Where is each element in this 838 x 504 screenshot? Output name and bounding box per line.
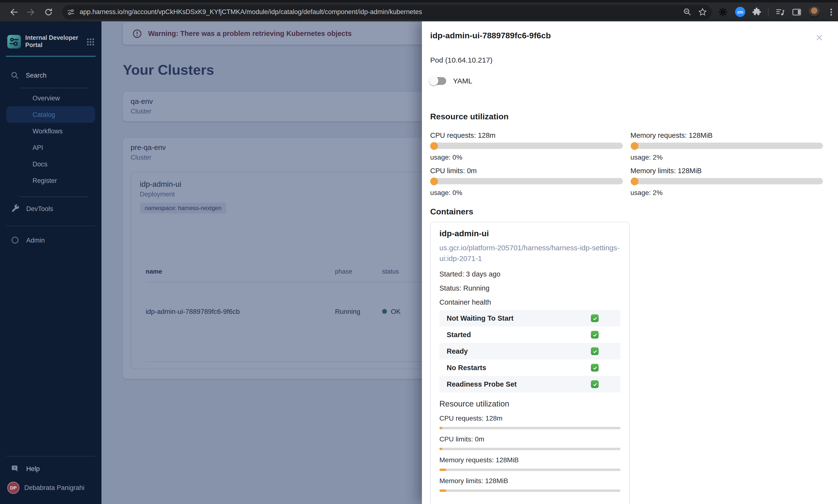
cpu-limits-mini-bar [439,448,621,450]
media-controls-icon[interactable] [775,7,785,17]
metric-label: CPU requests: 128m [439,414,621,423]
health-check-row: Not Waiting To Start [439,310,621,326]
sidebar-item-docs[interactable]: Docs [6,156,95,172]
extensions-puzzle-icon[interactable] [752,7,761,17]
sidebar-item-label: Search [26,72,47,79]
container-resource-heading: Resource utilization [439,399,621,409]
sidebar-divider [19,88,88,88]
browser-menu-kebab-icon[interactable] [827,7,836,16]
user-name: Debabrata Panigrahi [24,484,85,491]
container-health-list: Not Waiting To Start Started Ready No Re… [439,310,621,392]
sidebar-item-search[interactable]: Search [0,67,102,84]
sidebar-item-devtools[interactable]: DevTools [0,200,102,217]
close-icon[interactable] [816,34,823,41]
bar-knob [430,177,438,185]
sidebar-user[interactable]: DP Debabrata Panigrahi [0,477,102,498]
gear-icon [11,236,19,245]
check-passed-icon [591,347,599,355]
loom-extension-icon[interactable] [718,6,728,17]
container-status: Status: Running [439,284,621,292]
metric-label: Memory limits: 128MiB [439,477,621,486]
metric-label: CPU requests: 128m [430,131,623,140]
bar-knob [630,177,638,185]
memory-limits-bar [630,178,823,184]
wrench-icon [11,204,19,213]
container-card: idp-admin-ui us.gcr.io/platform-205701/h… [430,222,630,504]
side-panel-icon[interactable] [792,7,802,17]
container-health-heading: Container health [439,298,621,306]
svg-text:?: ? [14,466,16,470]
forward-icon[interactable] [24,5,38,19]
check-passed-icon [591,331,599,339]
bar-knob [430,142,438,150]
memory-requests-mini-bar [439,469,621,471]
container-started: Started: 3 days ago [439,270,621,278]
sidebar-item-overview[interactable]: Overview [6,90,95,106]
sidebar-accent-divider [6,56,95,57]
metric-usage: usage: 2% [630,189,823,197]
bookmark-star-icon[interactable] [698,7,707,16]
site-settings-icon[interactable] [67,8,75,16]
idp-logo [7,35,21,49]
browser-toolbar: app.harness.io/ng/account/vpCkHKsDSxK9_K… [0,0,838,21]
metric-label: Memory limits: 128MiB [630,167,823,176]
metric-label: CPU limits: 0m [439,435,621,444]
check-passed-icon [591,314,599,322]
metric-label: Memory requests: 128MiB [630,131,823,140]
check-passed-icon [591,364,599,372]
url-bar[interactable]: app.harness.io/ng/account/vpCkHKsDSxK9_K… [62,5,712,19]
cpu-requests-mini-bar [439,427,621,429]
yaml-toggle[interactable] [430,77,446,85]
zoom-extension-icon[interactable]: zm [735,7,745,17]
url-text: app.harness.io/ng/account/vpCkHKsDSxK9_K… [80,8,683,16]
screen: app.harness.io/ng/account/vpCkHKsDSxK9_K… [0,0,838,504]
check-passed-icon [591,380,599,388]
help-label: Help [26,465,40,472]
back-icon[interactable] [7,5,20,19]
health-check-row: Readiness Probe Set [439,376,621,392]
zoom-page-icon[interactable] [683,8,692,16]
sidebar: Internal Developer Portal Search Overvie… [0,21,102,504]
window-top-strip [0,0,838,2]
toolbar-divider [768,7,769,16]
metric-label: Memory requests: 128MiB [439,456,621,465]
sidebar-item-catalog[interactable]: Catalog [6,106,95,123]
health-check-row: Started [439,326,621,343]
drawer-title: idp-admin-ui-7889789fc6-9f6cb [430,31,551,41]
metric-usage: usage: 0% [430,189,623,197]
search-icon [11,71,19,79]
cpu-requests-bar [430,143,623,149]
sidebar-divider [19,196,88,197]
pod-details-drawer: idp-admin-ui-7889789fc6-9f6cb Pod (10.64… [422,21,838,504]
sidebar-divider [6,226,95,226]
sidebar-item-workflows[interactable]: Workflows [6,123,95,139]
containers-heading: Containers [430,207,823,217]
metric-usage: usage: 0% [430,153,623,162]
product-title: Internal Developer Portal [25,34,82,49]
sidebar-item-register[interactable]: Register [6,172,95,189]
container-image: us.gcr.io/platform-205701/harness/harnes… [439,242,621,264]
resource-utilization-grid: CPU requests: 128m usage: 0% CPU limits:… [430,131,823,202]
apps-waffle-icon[interactable] [86,38,95,46]
browser-profile-avatar[interactable] [808,6,820,18]
sidebar-item-admin[interactable]: Admin [0,232,102,248]
sidebar-item-api[interactable]: API [6,139,95,156]
help-chat-icon: ? [11,464,19,473]
memory-requests-bar [630,143,823,149]
cpu-limits-bar [430,178,623,184]
yaml-toggle-label: YAML [453,77,472,85]
resource-utilization-heading: Resource utilization [430,112,823,122]
user-avatar: DP [7,482,19,493]
sidebar-item-help[interactable]: ? Help [0,460,102,477]
reload-icon[interactable] [42,5,55,19]
memory-limits-mini-bar [439,489,621,492]
metric-usage: usage: 2% [630,153,823,162]
container-name: idp-admin-ui [439,229,621,239]
pod-ip-subtitle: Pod (10.64.10.217) [430,56,823,64]
health-check-row: Ready [439,343,621,359]
sidebar-divider [6,456,95,456]
health-check-row: No Restarts [439,359,621,376]
bar-knob [630,142,638,150]
metric-label: CPU limits: 0m [430,167,623,176]
